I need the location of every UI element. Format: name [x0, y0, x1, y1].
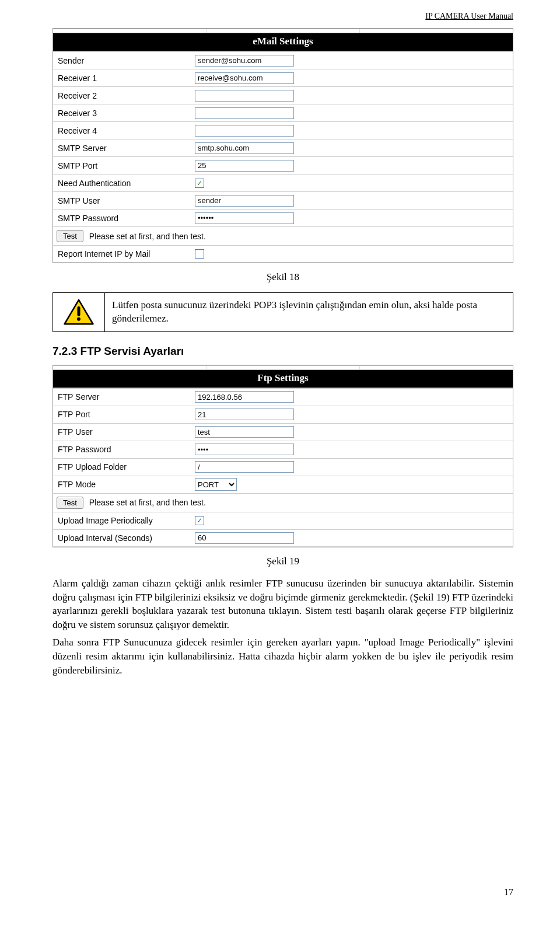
ftp-panel-title: Ftp Settings [53, 370, 513, 388]
receiver1-input[interactable] [195, 72, 294, 84]
smtp-user-input[interactable] [195, 195, 294, 207]
warning-icon [53, 293, 105, 331]
smtp-server-input[interactable] [195, 142, 294, 154]
ftp-server-input[interactable] [195, 391, 294, 403]
report-ip-checkbox[interactable] [195, 249, 204, 259]
receiver3-input[interactable] [195, 107, 294, 119]
ftp-mode-select[interactable]: PORT [195, 478, 237, 491]
ftp-test-button[interactable]: Test [57, 497, 83, 509]
smtp-user-label: SMTP User [57, 196, 195, 205]
receiver3-label: Receiver 3 [57, 109, 195, 118]
ftp-settings-panel: Ftp Settings FTP Server FTP Port FTP Use… [52, 365, 513, 547]
receiver1-label: Receiver 1 [57, 74, 195, 83]
sender-input[interactable] [195, 55, 294, 67]
need-auth-label: Need Authentication [57, 179, 195, 188]
smtp-port-label: SMTP Port [57, 161, 195, 170]
ftp-periodic-checkbox[interactable]: ✓ [195, 516, 204, 525]
ftp-interval-input[interactable] [195, 532, 294, 544]
smtp-port-input[interactable] [195, 160, 294, 172]
body-paragraph-1: Alarm çaldığı zaman cihazın çektiği anlı… [52, 577, 513, 632]
ftp-folder-input[interactable] [195, 461, 294, 473]
email-test-hint: Please set at first, and then test. [89, 232, 206, 241]
email-test-button[interactable]: Test [57, 230, 83, 242]
report-ip-label: Report Internet IP by Mail [57, 249, 195, 259]
page-number: 17 [504, 887, 513, 898]
svg-point-2 [77, 317, 80, 321]
sender-label: Sender [57, 56, 195, 65]
document-header: IP CAMERA User Manual [52, 12, 513, 22]
ftp-user-label: FTP User [57, 427, 195, 437]
receiver2-input[interactable] [195, 90, 294, 102]
smtp-password-label: SMTP Password [57, 214, 195, 223]
need-auth-checkbox[interactable]: ✓ [195, 179, 204, 188]
receiver4-label: Receiver 4 [57, 126, 195, 135]
ftp-server-label: FTP Server [57, 392, 195, 402]
svg-rect-1 [77, 306, 80, 316]
email-panel-title: eMail Settings [53, 33, 513, 51]
ftp-folder-label: FTP Upload Folder [57, 462, 195, 472]
ftp-test-hint: Please set at first, and then test. [89, 498, 206, 507]
ftp-password-label: FTP Password [57, 445, 195, 454]
ftp-mode-label: FTP Mode [57, 480, 195, 489]
smtp-password-input[interactable] [195, 212, 294, 224]
ftp-port-input[interactable] [195, 409, 294, 420]
figure19-caption: Şekil 19 [52, 556, 513, 567]
ftp-user-input[interactable] [195, 426, 294, 438]
body-paragraph-2: Daha sonra FTP Sunucunuza gidecek resiml… [52, 636, 513, 677]
figure18-caption: Şekil 18 [52, 271, 513, 283]
smtp-server-label: SMTP Server [57, 144, 195, 153]
receiver4-input[interactable] [195, 125, 294, 137]
receiver2-label: Receiver 2 [57, 91, 195, 100]
ftp-port-label: FTP Port [57, 410, 195, 419]
section-heading: 7.2.3 FTP Servisi Ayarları [52, 345, 513, 358]
ftp-interval-label: Upload Interval (Seconds) [57, 533, 195, 543]
ftp-periodic-label: Upload Image Periodically [57, 516, 195, 525]
ftp-password-input[interactable] [195, 444, 294, 455]
email-settings-panel: eMail Settings Sender Receiver 1 Receive… [52, 28, 513, 263]
warning-text: Lütfen posta sunucunuz üzerindeki POP3 i… [105, 293, 513, 331]
warning-box: Lütfen posta sunucunuz üzerindeki POP3 i… [52, 292, 513, 332]
